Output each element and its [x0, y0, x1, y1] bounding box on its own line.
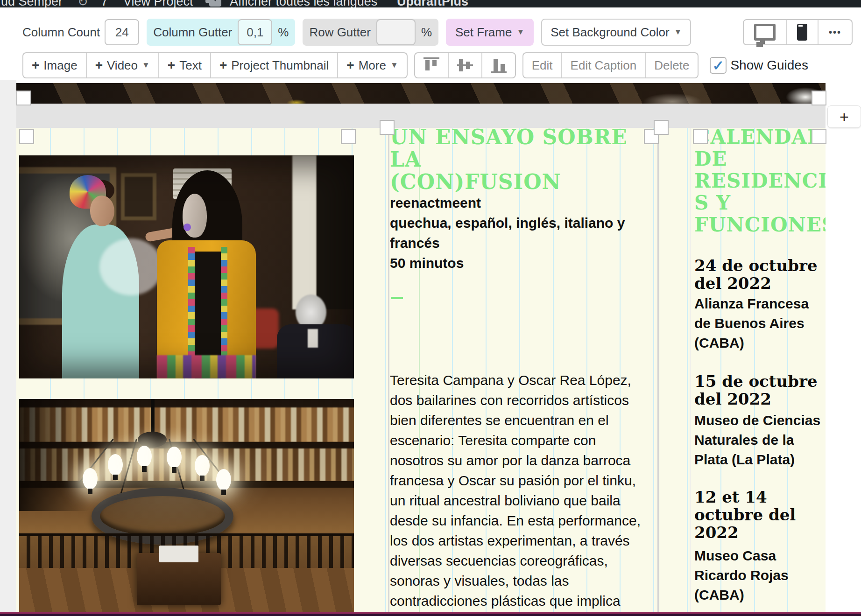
block-handle[interactable] — [16, 91, 31, 105]
event-date: 24 de octubre del 2022 — [694, 257, 826, 292]
chandelier-hub — [138, 432, 167, 448]
edit-caption-button[interactable]: Edit Caption — [562, 53, 646, 77]
mobile-preview-button[interactable] — [787, 20, 819, 44]
photo-vignette — [19, 155, 354, 378]
block-handle[interactable] — [693, 129, 708, 144]
row-gutter-input[interactable] — [376, 19, 416, 45]
block-handle[interactable] — [812, 129, 826, 144]
add-image-button[interactable]: + Image — [23, 53, 87, 77]
lamp-bulb — [216, 469, 231, 490]
phone-icon — [797, 24, 807, 41]
row-gutter-label: Row Gutter — [309, 25, 371, 40]
canvas-left-margin — [0, 80, 16, 616]
delete-label: Delete — [654, 58, 689, 73]
plus-icon: + — [840, 108, 849, 126]
plus-icon: + — [219, 58, 227, 73]
text-block-left-edge — [388, 128, 389, 612]
column-gutter-input[interactable] — [238, 19, 272, 45]
admin-bar: ud Semper ↻ 7 View Project Afficher tout… — [0, 0, 861, 7]
block-handle[interactable] — [19, 129, 34, 144]
event-date: 15 de octubre del 2022 — [694, 372, 826, 408]
lamp-bulb — [83, 468, 98, 490]
row-gap — [16, 104, 826, 128]
chevron-down-icon: ▼ — [674, 28, 682, 37]
performance-photo[interactable] — [19, 155, 354, 378]
preview-device-group: ••• — [743, 19, 853, 45]
set-background-color-button[interactable]: Set Background Color ▼ — [541, 19, 691, 46]
translate-icon[interactable] — [209, 0, 221, 7]
update-count[interactable]: 7 — [101, 0, 108, 7]
event-venue: Museo Casa Ricardo Rojas (CABA) — [694, 546, 826, 605]
plus-icon: + — [168, 58, 175, 73]
add-row-button[interactable]: + — [827, 105, 861, 128]
show-guides-control: ✓ Show Guides — [710, 57, 808, 74]
edit-button[interactable]: Edit — [523, 53, 562, 77]
align-top-icon — [423, 57, 439, 73]
event-date: 12 et 14 octubre del 2022 — [694, 488, 826, 541]
event-venue: Alianza Francesa de Buenos Aires (CABA) — [694, 294, 826, 353]
align-middle-button[interactable] — [449, 53, 482, 77]
add-project-thumbnail-button[interactable]: + Project Thumbnail — [211, 53, 338, 77]
lamp-bulb — [167, 447, 182, 468]
more-options-button[interactable]: ••• — [819, 20, 852, 44]
calendar-title: CALENDARIO DE RESIDENCIA S Y FUNCIONES — [694, 126, 826, 236]
column-guide — [385, 128, 386, 612]
essay-paragraph: Teresita Campana y Oscar Rea López, dos … — [390, 370, 658, 611]
plus-icon: + — [346, 58, 354, 73]
layout-toolbar: Column Count Column Gutter % Row Gutter … — [0, 7, 861, 80]
edit-actions-group: Edit Edit Caption Delete — [522, 52, 699, 78]
site-name[interactable]: ud Semper — [1, 0, 63, 7]
refresh-icon[interactable]: ↻ — [78, 0, 88, 7]
toolbar-row-blocks: + Image + Video ▼ + Text + Project Thumb… — [22, 52, 856, 78]
lamp-bulb — [195, 455, 210, 476]
align-middle-icon — [457, 57, 473, 73]
row-gutter-group: Row Gutter % — [303, 19, 438, 46]
monitor-icon — [754, 24, 776, 41]
calendar-block-left-edge — [690, 128, 691, 612]
column-gutter-unit: % — [278, 25, 289, 40]
block-handle[interactable] — [341, 129, 356, 144]
set-frame-label: Set Frame — [455, 25, 512, 40]
show-all-languages-link[interactable]: Afficher toutes les langues — [230, 0, 377, 7]
chevron-down-icon: ▼ — [390, 61, 398, 70]
add-block-group: + Image + Video ▼ + Text + Project Thumb… — [22, 52, 408, 78]
add-video-button[interactable]: + Video ▼ — [87, 53, 159, 77]
header-image-block[interactable] — [16, 83, 826, 104]
vertical-align-group — [414, 52, 516, 78]
block-handle[interactable] — [380, 120, 395, 135]
updraftplus-menu[interactable]: UpdraftPlus — [397, 0, 468, 7]
essay-meta: reenactmeent quechua, español, inglés, i… — [390, 193, 658, 273]
ellipsis-icon: ••• — [829, 27, 841, 38]
block-handle[interactable] — [654, 120, 669, 135]
lamp-bulb — [108, 454, 123, 476]
calendar-text-block[interactable]: CALENDARIO DE RESIDENCIA S Y FUNCIONES 2… — [694, 126, 826, 612]
page-builder-app: ud Semper ↻ 7 View Project Afficher tout… — [0, 0, 861, 616]
set-background-label: Set Background Color — [550, 25, 669, 40]
chevron-down-icon: ▼ — [142, 61, 150, 70]
add-more-label: More — [359, 58, 386, 73]
show-guides-label: Show Guides — [730, 58, 808, 73]
column-count-input[interactable] — [105, 19, 139, 45]
add-thumbnail-label: Project Thumbnail — [231, 58, 329, 73]
row-gutter-unit: % — [421, 25, 432, 40]
next-section-edge — [0, 612, 861, 616]
toolbar-row-layout: Column Count Column Gutter % Row Gutter … — [22, 19, 856, 46]
plus-icon: + — [32, 58, 39, 73]
align-top-button[interactable] — [415, 53, 449, 77]
align-bottom-button[interactable] — [482, 53, 515, 77]
block-handle[interactable] — [812, 91, 826, 105]
show-guides-checkbox[interactable]: ✓ — [710, 57, 727, 74]
delete-button[interactable]: Delete — [646, 53, 698, 77]
set-frame-button[interactable]: Set Frame ▼ — [446, 19, 534, 46]
add-text-label: Text — [179, 58, 202, 73]
add-image-label: Image — [43, 58, 77, 73]
plus-icon: + — [95, 58, 103, 73]
column-gutter-label: Column Gutter — [153, 25, 232, 40]
edit-caption-label: Edit Caption — [571, 58, 637, 73]
add-text-button[interactable]: + Text — [159, 53, 211, 77]
library-photo[interactable] — [19, 399, 354, 612]
desktop-preview-button[interactable] — [744, 20, 787, 44]
view-project-link[interactable]: View Project — [123, 0, 193, 7]
align-bottom-icon — [491, 57, 507, 73]
add-more-button[interactable]: + More ▼ — [338, 53, 406, 77]
